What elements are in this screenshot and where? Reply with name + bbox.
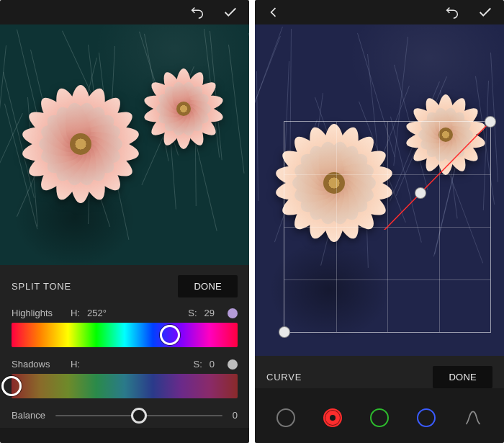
curve-panel: CURVE DONE — [255, 356, 504, 388]
highlights-hue-slider[interactable] — [12, 323, 238, 347]
highlights-swatch — [228, 308, 238, 318]
svg-line-0 — [284, 122, 490, 230]
shadows-hue-thumb[interactable] — [1, 376, 22, 396]
photo-preview — [0, 24, 249, 265]
channel-luminance[interactable] — [276, 408, 295, 427]
channel-selector — [255, 398, 504, 439]
curve-line[interactable] — [284, 122, 500, 230]
shadows-readout: Shadows H: S: 0 — [12, 359, 238, 370]
balance-handle[interactable] — [131, 408, 147, 424]
photo-preview-with-curve[interactable] — [255, 24, 504, 356]
channel-red[interactable] — [323, 408, 342, 427]
curve-grid[interactable] — [284, 121, 491, 333]
done-button[interactable]: DONE — [433, 366, 492, 388]
curve-point[interactable] — [415, 187, 426, 199]
top-bar — [0, 0, 249, 24]
confirm-check-icon[interactable] — [222, 4, 239, 21]
highlights-hue-thumb[interactable] — [160, 325, 180, 345]
curve-point[interactable] — [279, 326, 290, 338]
back-chevron-icon[interactable] — [265, 4, 282, 21]
editor-screen-curve: CURVE DONE — [255, 0, 504, 443]
parametric-curve-icon[interactable] — [464, 408, 482, 427]
channel-blue[interactable] — [417, 408, 436, 427]
split-tone-panel: SPLIT TONE DONE Highlights H: 252° S: 29… — [0, 265, 249, 428]
curve-point[interactable] — [485, 116, 496, 127]
balance-value: 0 — [233, 410, 238, 421]
undo-icon[interactable] — [444, 4, 461, 21]
shadows-label: Shadows — [12, 359, 63, 370]
channel-green[interactable] — [370, 408, 389, 427]
panel-title: CURVE — [266, 372, 302, 382]
panel-title: SPLIT TONE — [12, 281, 71, 292]
balance-label: Balance — [12, 410, 45, 421]
top-bar — [255, 0, 504, 24]
shadows-hue-slider[interactable] — [12, 374, 238, 398]
balance-slider[interactable]: Balance 0 — [12, 410, 238, 421]
confirm-check-icon[interactable] — [477, 4, 494, 21]
shadows-swatch — [228, 359, 238, 370]
highlights-label: Highlights — [12, 308, 63, 318]
undo-icon[interactable] — [189, 4, 206, 21]
editor-screen-split-tone: SPLIT TONE DONE Highlights H: 252° S: 29… — [0, 0, 249, 443]
done-button[interactable]: DONE — [178, 275, 238, 297]
highlights-readout: Highlights H: 252° S: 29 — [12, 308, 238, 318]
